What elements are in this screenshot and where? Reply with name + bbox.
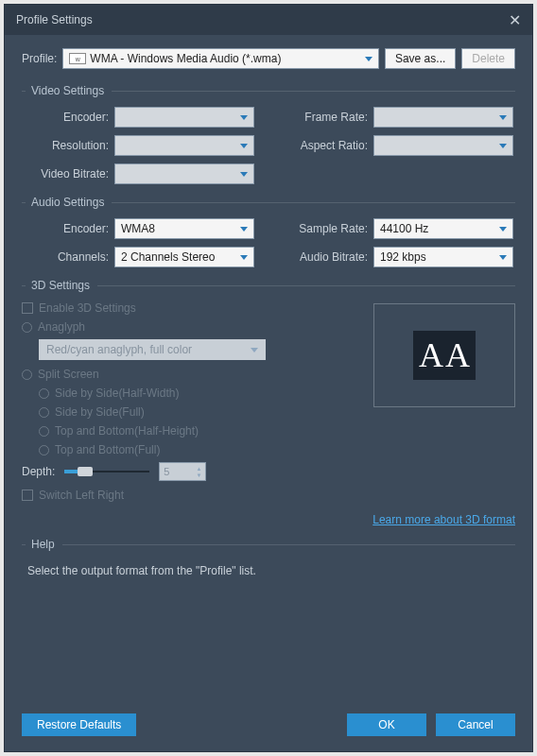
resolution-select[interactable] <box>114 135 254 156</box>
checkbox-icon <box>22 302 33 314</box>
audio-settings-section: Audio Settings Encoder: WMA8 Sample Rate… <box>22 196 515 267</box>
help-section: Help Select the output format from the "… <box>22 538 515 581</box>
radio-icon <box>22 369 32 380</box>
audio-bitrate-select[interactable]: 192 kbps <box>373 247 513 267</box>
switch-lr-checkbox: Switch Left Right <box>22 489 355 502</box>
help-title: Help <box>31 538 55 551</box>
video-settings-title: Video Settings <box>31 84 104 97</box>
video-settings-section: Video Settings Encoder: Frame Rate: Reso… <box>22 84 515 184</box>
delete-button: Delete <box>461 48 515 69</box>
chevron-down-icon <box>240 255 248 260</box>
sbs-full-radio: Side by Side(Full) <box>22 405 355 419</box>
preview-right-a: A <box>445 338 470 372</box>
chevron-down-icon <box>499 144 507 148</box>
enable-3d-checkbox[interactable]: Enable 3D Settings <box>22 301 355 315</box>
sbs-half-radio: Side by Side(Half-Width) <box>22 387 355 400</box>
cancel-button[interactable]: Cancel <box>436 713 515 736</box>
chevron-down-icon <box>240 144 248 148</box>
chevron-down-icon <box>365 57 372 61</box>
chevron-down-icon <box>240 172 248 177</box>
frame-rate-select[interactable] <box>373 107 513 128</box>
help-text: Select the output format from the "Profi… <box>22 560 515 581</box>
video-bitrate-select[interactable] <box>114 163 254 184</box>
profile-select[interactable]: w WMA - Windows Media Audio (*.wma) <box>62 48 379 69</box>
help-header: Help <box>22 538 515 551</box>
titlebar: Profile Settings ✕ <box>5 5 532 35</box>
3d-settings-title: 3D Settings <box>31 279 90 292</box>
profile-row: Profile: w WMA - Windows Media Audio (*.… <box>22 48 515 69</box>
tab-full-radio: Top and Bottom(Full) <box>22 443 355 456</box>
aspect-ratio-label: Aspect Ratio: <box>283 139 373 152</box>
split-screen-radio: Split Screen <box>22 368 355 381</box>
learn-more-3d-link[interactable]: Learn more about 3D format <box>372 513 515 526</box>
audio-encoder-select[interactable]: WMA8 <box>114 218 254 239</box>
profile-value: WMA - Windows Media Audio (*.wma) <box>90 52 361 65</box>
profile-settings-window: Profile Settings ✕ Profile: w WMA - Wind… <box>4 4 533 752</box>
chevron-down-icon <box>240 115 248 120</box>
resolution-label: Resolution: <box>24 139 114 152</box>
preview-left-a: A <box>419 338 443 372</box>
frame-rate-label: Frame Rate: <box>283 111 373 124</box>
audio-settings-title: Audio Settings <box>31 196 104 209</box>
footer: Restore Defaults OK Cancel <box>5 713 532 751</box>
content-area: Profile: w WMA - Windows Media Audio (*.… <box>5 35 532 713</box>
radio-icon <box>39 445 49 455</box>
sample-rate-label: Sample Rate: <box>283 222 373 235</box>
sample-rate-select[interactable]: 44100 Hz <box>373 218 513 239</box>
depth-spinner: 5 ▲▼ <box>159 462 206 481</box>
spin-up-icon: ▲ <box>196 466 201 472</box>
radio-icon <box>39 426 49 437</box>
anaglyph-radio: Anaglyph <box>22 320 355 334</box>
channels-select[interactable]: 2 Channels Stereo <box>114 247 254 267</box>
video-encoder-label: Encoder: <box>24 111 114 124</box>
tab-half-radio: Top and Bottom(Half-Height) <box>22 424 355 438</box>
close-icon[interactable]: ✕ <box>509 11 521 29</box>
audio-bitrate-label: Audio Bitrate: <box>283 250 373 264</box>
profile-label: Profile: <box>22 52 57 65</box>
3d-preview: A A <box>373 303 515 407</box>
save-as-button[interactable]: Save as... <box>385 48 456 69</box>
chevron-down-icon <box>251 348 258 352</box>
spin-down-icon: ▼ <box>196 472 201 478</box>
3d-settings-header: 3D Settings <box>22 279 515 292</box>
video-settings-header: Video Settings <box>22 84 515 97</box>
checkbox-icon <box>22 490 33 501</box>
anaglyph-mode-select: Red/cyan anaglyph, full color <box>39 339 266 360</box>
channels-label: Channels: <box>24 250 114 264</box>
depth-row: Depth: 5 ▲▼ <box>22 462 355 481</box>
aspect-ratio-select[interactable] <box>373 135 513 156</box>
chevron-down-icon <box>499 115 507 120</box>
ok-button[interactable]: OK <box>347 713 426 736</box>
radio-icon <box>22 322 32 333</box>
window-title: Profile Settings <box>16 13 93 26</box>
wma-format-icon: w <box>69 53 86 64</box>
radio-icon <box>39 388 49 399</box>
3d-settings-section: 3D Settings Enable 3D Settings Anaglyph … <box>22 279 515 526</box>
radio-icon <box>39 407 49 418</box>
depth-label: Depth: <box>22 465 55 478</box>
audio-settings-header: Audio Settings <box>22 196 515 209</box>
audio-encoder-label: Encoder: <box>24 222 114 235</box>
video-bitrate-label: Video Bitrate: <box>24 167 114 180</box>
restore-defaults-button[interactable]: Restore Defaults <box>22 713 136 736</box>
depth-slider[interactable] <box>64 466 149 477</box>
chevron-down-icon <box>499 255 507 260</box>
video-encoder-select[interactable] <box>114 107 254 128</box>
chevron-down-icon <box>499 227 507 232</box>
chevron-down-icon <box>240 227 248 232</box>
